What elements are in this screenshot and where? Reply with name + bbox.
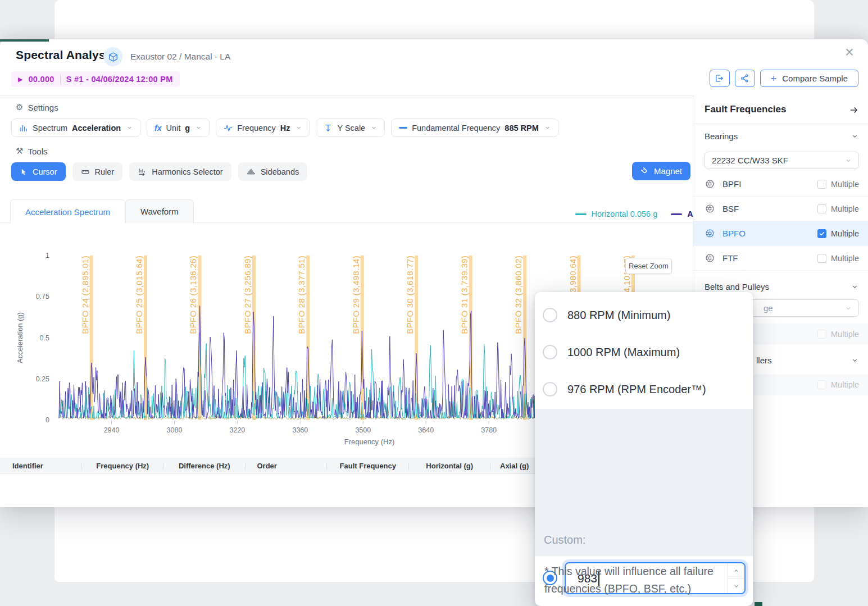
multiple-checkbox[interactable] xyxy=(817,330,826,339)
bar-chart-icon xyxy=(19,124,28,133)
fault-marker-label: BPFO 25 (3,015.64) xyxy=(134,256,144,334)
legend-swatch xyxy=(671,213,682,215)
sample-time: 00.000 xyxy=(28,75,54,84)
fundamental-frequency-select[interactable]: Fundamental Frequency885 RPM xyxy=(391,119,558,137)
sidebands-icon xyxy=(247,167,256,176)
divider xyxy=(60,75,61,84)
sample-badge[interactable]: ▶ 00.000 S #1 - 04/06/2024 12:00 PM xyxy=(11,71,180,87)
y-scale-select[interactable]: Y Scale xyxy=(316,119,385,137)
multiple-checkbox[interactable] xyxy=(817,180,826,189)
popup-footnote: * This value will influence all failure … xyxy=(544,563,742,598)
fault-marker-label: BPFO 24 (2,895.01) xyxy=(80,256,90,334)
chevron-down-icon[interactable] xyxy=(851,133,858,140)
y-scale-icon xyxy=(324,124,333,133)
chevron-down-icon xyxy=(544,125,551,131)
export-button[interactable] xyxy=(710,70,730,87)
multiple-checkbox[interactable] xyxy=(817,229,826,238)
svg-text:0: 0 xyxy=(46,416,49,424)
fault-marker-label: BPFO 27 (3,256.89) xyxy=(243,256,252,334)
cursor-tool-button[interactable]: Cursor xyxy=(11,162,66,181)
fault-marker-label: BPFO 30 (3,618.77) xyxy=(405,256,415,334)
page-title: Spectral Analysis xyxy=(16,48,116,62)
svg-text:3640: 3640 xyxy=(418,426,434,434)
fault-marker-label: BPFO 31 (3,739.39) xyxy=(460,256,469,334)
asset-cube-icon xyxy=(103,47,122,66)
belts-section-label[interactable]: Belts and Pulleys xyxy=(705,282,769,291)
harmonics-selector-tool-button[interactable]: Harmonics Selector xyxy=(129,162,231,181)
chevron-down-icon xyxy=(371,125,377,131)
chevron-down-icon xyxy=(845,305,852,312)
svg-text:0.75: 0.75 xyxy=(36,293,49,300)
spectrum-select[interactable]: SpectrumAcceleration xyxy=(11,119,140,137)
tab-waveform[interactable]: Waveform xyxy=(125,199,194,223)
cursor-icon xyxy=(20,168,28,176)
compare-sample-button[interactable]: + Compare Sample xyxy=(760,70,858,87)
reset-zoom-button[interactable]: Reset Zoom xyxy=(625,258,672,274)
fault-marker-label: BPFO 29 (3,498.14) xyxy=(351,256,361,334)
rpm-option-maximum[interactable]: 1000 RPM (Maximum) xyxy=(535,334,753,371)
background-fragment xyxy=(0,39,49,42)
fault-marker-label: BPFO 32 (3,860.02) xyxy=(513,256,523,334)
close-icon[interactable]: × xyxy=(845,45,854,60)
svg-text:0.25: 0.25 xyxy=(36,375,49,383)
rpm-option-minimum[interactable]: 880 RPM (Minimum) xyxy=(535,297,753,334)
legend-horizontal[interactable]: Horizontal 0.056 g xyxy=(575,209,658,218)
bearing-icon xyxy=(705,253,715,263)
multiple-checkbox[interactable] xyxy=(817,204,826,213)
chevron-down-icon[interactable] xyxy=(851,357,858,364)
tools-icon: ⚒ xyxy=(16,146,23,156)
magnet-tool-button[interactable]: Magnet xyxy=(632,162,690,180)
fault-row-ftf[interactable]: FTF Multiple xyxy=(693,246,868,271)
collapse-panel-arrow-icon[interactable] xyxy=(849,105,859,115)
play-icon[interactable]: ▶ xyxy=(18,76,22,83)
breadcrumb: Exaustor 02 / Mancal - LA xyxy=(130,52,230,62)
settings-section-label: ⚙ Settings xyxy=(16,102,58,112)
column-header: Difference (Hz) xyxy=(163,458,246,473)
fault-marker-label: BPFO 26 (3,136.26) xyxy=(188,256,198,334)
plus-icon: + xyxy=(771,74,777,84)
chevron-down-icon[interactable] xyxy=(851,283,858,290)
magnet-icon xyxy=(640,167,649,175)
tab-acceleration-spectrum[interactable]: Acceleration Spectrum xyxy=(10,199,125,224)
bearing-icon xyxy=(705,203,715,214)
chevron-down-icon xyxy=(296,125,302,131)
screen: Spectral Analysis Exaustor 02 / Mancal -… xyxy=(0,0,868,606)
unit-select[interactable]: fx Unitg xyxy=(147,119,210,137)
ruler-icon xyxy=(81,167,90,176)
wave-icon xyxy=(224,124,233,133)
partial-section-label[interactable]: llers xyxy=(756,356,772,365)
fault-row-bpfo[interactable]: BPFO Multiple xyxy=(693,221,868,246)
chevron-down-icon xyxy=(126,125,133,131)
fault-marker-label: BPFO 28 (3,377.51) xyxy=(297,256,306,334)
background-fragment xyxy=(755,602,762,606)
svg-text:Acceleration (g): Acceleration (g) xyxy=(16,312,24,363)
frequency-unit-select[interactable]: FrequencyHz xyxy=(216,119,310,137)
svg-text:3780: 3780 xyxy=(481,426,497,434)
rpm-option-encoder[interactable]: 976 RPM (RPM Encoder™) xyxy=(535,371,753,408)
bearing-model-select[interactable]: 22232 CC/W33 SKF xyxy=(705,152,859,169)
sidebands-tool-button[interactable]: Sidebands xyxy=(238,162,308,181)
column-header: Order xyxy=(246,458,328,473)
bearing-icon xyxy=(705,179,715,189)
fault-row-bsf[interactable]: BSF Multiple xyxy=(693,197,868,221)
bearings-section-label[interactable]: Bearings xyxy=(705,131,738,141)
radio-icon[interactable] xyxy=(543,308,557,322)
multiple-checkbox[interactable] xyxy=(817,380,826,389)
svg-text:Frequency (Hz): Frequency (Hz) xyxy=(344,438,395,446)
divider xyxy=(693,124,868,124)
multiple-checkbox[interactable] xyxy=(817,254,826,263)
chevron-down-icon xyxy=(196,125,202,131)
fault-row-bpfi[interactable]: BPFI Multiple xyxy=(693,172,868,197)
sample-label: S #1 - 04/06/2024 12:00 PM xyxy=(66,75,173,84)
radio-icon[interactable] xyxy=(543,382,557,397)
radio-icon[interactable] xyxy=(543,345,557,359)
svg-text:2940: 2940 xyxy=(104,426,120,434)
panel-title: Fault Frequencies xyxy=(705,104,786,115)
check-icon xyxy=(819,230,825,237)
ruler-tool-button[interactable]: Ruler xyxy=(72,162,123,181)
custom-label: Custom: xyxy=(544,534,585,546)
share-button[interactable] xyxy=(735,70,755,87)
column-header: Frequency (Hz) xyxy=(82,458,164,473)
custom-rpm-section: Custom: 983 Unit RPM Hz xyxy=(535,409,753,556)
dash-icon xyxy=(399,127,407,129)
